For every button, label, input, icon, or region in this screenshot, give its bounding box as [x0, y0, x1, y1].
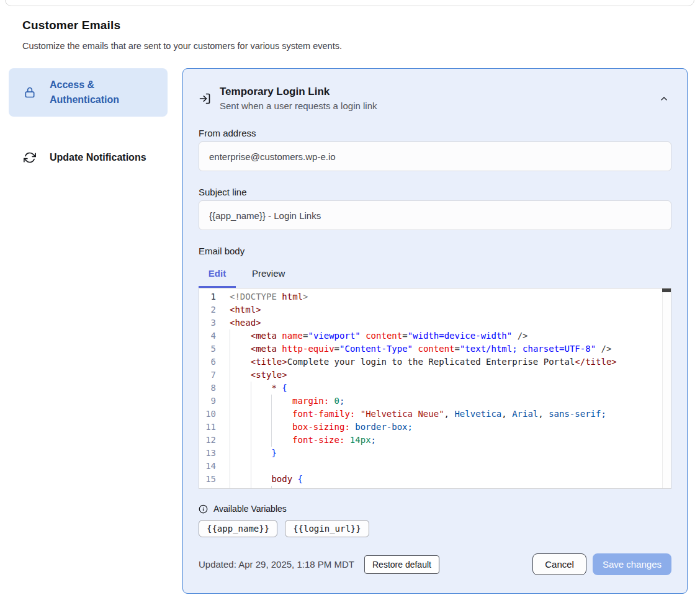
previous-card-bottom-edge	[5, 0, 694, 6]
collapse-button[interactable]	[657, 91, 671, 106]
sidebar-item-label: Update Notifications	[50, 150, 146, 165]
email-types-sidebar: Access & Authentication Update Notificat…	[9, 68, 168, 174]
lock-icon	[24, 86, 36, 99]
cancel-button[interactable]: Cancel	[532, 553, 586, 575]
variable-chip-app-name[interactable]: {{app_name}}	[199, 520, 277, 537]
editor-scrollbar[interactable]	[662, 288, 671, 488]
panel-title: Temporary Login Link	[220, 85, 377, 98]
panel-header: Temporary Login Link Sent when a user re…	[199, 85, 671, 112]
tab-preview[interactable]: Preview	[236, 262, 294, 288]
chevron-up-icon	[659, 94, 669, 104]
page-header: Customer Emails Customize the emails tha…	[22, 19, 581, 51]
sidebar-item-access-authentication[interactable]: Access & Authentication	[9, 68, 168, 117]
updated-timestamp: Updated: Apr 29, 2025, 1:18 PM MDT	[199, 559, 354, 570]
log-in-icon	[199, 92, 211, 105]
variable-chips: {{app_name}} {{login_url}}	[199, 520, 671, 537]
email-body-tabs: Edit Preview	[199, 262, 671, 288]
temporary-login-link-panel: Temporary Login Link Sent when a user re…	[182, 68, 688, 594]
tab-edit[interactable]: Edit	[199, 262, 236, 288]
variable-chip-login-url[interactable]: {{login_url}}	[285, 520, 369, 537]
sidebar-item-label: Access & Authentication	[50, 78, 155, 107]
panel-subtitle: Sent when a user requests a login link	[220, 100, 377, 112]
page-title: Customer Emails	[22, 19, 581, 32]
subject-line-label: Subject line	[199, 187, 671, 197]
save-changes-button[interactable]: Save changes	[593, 553, 671, 575]
page-subtitle: Customize the emails that are sent to yo…	[22, 41, 581, 51]
info-icon	[199, 504, 208, 514]
email-body-label: Email body	[199, 246, 671, 256]
code-lines: 1<!DOCTYPE html>2<html>3<head>4<meta nam…	[199, 288, 671, 489]
code-editor[interactable]: 1<!DOCTYPE html>2<html>3<head>4<meta nam…	[199, 288, 671, 489]
subject-line-input[interactable]	[199, 200, 671, 230]
restore-default-button[interactable]: Restore default	[364, 555, 439, 574]
from-address-input[interactable]	[199, 141, 671, 171]
refresh-icon	[24, 151, 36, 164]
from-address-label: From address	[199, 128, 671, 138]
editor-scrollbar-thumb[interactable]	[662, 288, 671, 292]
available-variables-header: Available Variables	[199, 504, 671, 514]
sidebar-item-update-notifications[interactable]: Update Notifications	[9, 141, 168, 174]
panel-footer: Updated: Apr 29, 2025, 1:18 PM MDT Resto…	[199, 553, 671, 575]
available-variables-label: Available Variables	[213, 504, 287, 514]
